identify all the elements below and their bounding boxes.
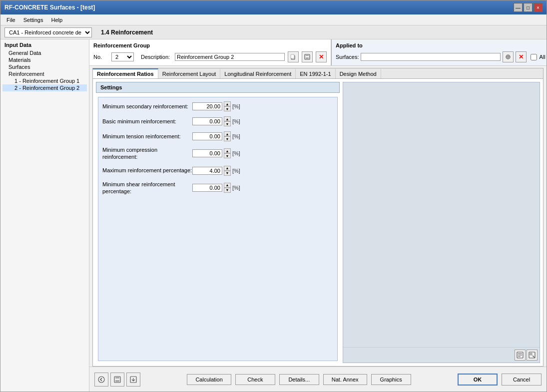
field-value-5[interactable] xyxy=(192,184,222,192)
tab-longitudinal-reinforcement[interactable]: Longitudinal Reinforcement xyxy=(220,68,296,78)
top-bar: CA1 - Reinforced concrete desi 1.4 Reinf… xyxy=(0,25,547,39)
spinner-up-4[interactable]: ▲ xyxy=(224,166,231,171)
settings-title: Settings xyxy=(96,82,340,93)
bottom-right: OK Cancel xyxy=(458,374,542,386)
menu-file[interactable]: File xyxy=(2,16,19,24)
panel-icon-2 xyxy=(529,352,536,359)
field-input-4: ▲ ▼ [%] xyxy=(192,166,240,176)
save-icon xyxy=(304,54,310,60)
settings-area: Settings Minimum secondary reinforcement… xyxy=(93,79,343,366)
at-all-label: All xyxy=(539,54,545,60)
field-input-1: ▲ ▼ [%] xyxy=(192,116,240,126)
menu-help[interactable]: Help xyxy=(47,16,66,24)
close-button[interactable]: × xyxy=(534,3,543,12)
sidebar-item-surfaces[interactable]: Surfaces xyxy=(2,63,87,70)
ca-dropdown[interactable]: CA1 - Reinforced concrete desi xyxy=(4,27,92,37)
rg-delete-button[interactable]: ✕ xyxy=(316,51,327,62)
panel-icon-btn-1[interactable] xyxy=(515,350,526,361)
rg-save-button[interactable] xyxy=(302,51,313,62)
menu-bar: File Settings Help xyxy=(0,14,547,25)
field-input-5: ▲ ▼ [%] xyxy=(192,183,240,193)
svg-rect-3 xyxy=(306,57,309,59)
tab-reinforcement-layout[interactable]: Reinforcement Layout xyxy=(158,68,221,78)
right-panel xyxy=(343,82,540,363)
sidebar-item-general-data[interactable]: General Data xyxy=(2,49,87,56)
svg-rect-18 xyxy=(115,377,119,379)
maximize-button[interactable]: □ xyxy=(524,3,533,12)
at-all-checkbox[interactable] xyxy=(531,54,537,60)
calculation-button[interactable]: Calculation xyxy=(187,374,231,385)
graphics-button[interactable]: Graphics xyxy=(371,374,411,385)
rg-title: Reinforcement Group xyxy=(93,42,327,48)
rg-no-select[interactable]: 2 xyxy=(111,52,134,61)
field-min-tension: Minimum tension reinforcement: ▲ ▼ [%] xyxy=(102,131,333,141)
nat-annex-button[interactable]: Nat. Annex xyxy=(323,374,367,385)
tab-design-method[interactable]: Design Method xyxy=(336,68,381,78)
sidebar-item-reinforcement[interactable]: Reinforcement xyxy=(2,70,87,77)
svg-line-14 xyxy=(533,356,535,358)
field-value-0[interactable] xyxy=(192,102,222,110)
field-value-1[interactable] xyxy=(192,117,222,125)
tab-reinforcement-ratios[interactable]: Reinforcement Ratios xyxy=(93,68,158,78)
pick-icon xyxy=(505,54,511,60)
tab-en-1992[interactable]: EN 1992-1-1 xyxy=(296,68,335,78)
main-panel: Reinforcement Group No. 2 Description: xyxy=(89,39,547,392)
svg-rect-17 xyxy=(115,380,119,383)
save-icon-2 xyxy=(113,376,121,384)
field-label-1: Basic minimum reinforcement: xyxy=(102,118,192,125)
at-pick-button[interactable] xyxy=(503,51,514,62)
nav-back-button[interactable] xyxy=(94,373,108,387)
field-basic-min: Basic minimum reinforcement: ▲ ▼ [%] xyxy=(102,116,333,126)
check-button[interactable]: Check xyxy=(235,374,275,385)
menu-settings[interactable]: Settings xyxy=(19,16,47,24)
rg-no-label: No. xyxy=(93,54,108,60)
svg-rect-1 xyxy=(291,54,294,58)
cancel-button[interactable]: Cancel xyxy=(502,374,542,386)
field-input-3: ▲ ▼ [%] xyxy=(192,148,240,158)
spinner-down-1[interactable]: ▼ xyxy=(224,121,231,126)
body-area: Input Data General Data Materials Surfac… xyxy=(0,39,547,392)
sidebar-item-materials[interactable]: Materials xyxy=(2,56,87,63)
field-min-secondary: Minimum secondary reinforcement: ▲ ▼ [%] xyxy=(102,101,333,111)
spinner-up-2[interactable]: ▲ xyxy=(224,131,231,136)
main-window: RF-CONCRETE Surfaces - [test] — □ × File… xyxy=(0,0,547,392)
rg-copy-button[interactable] xyxy=(288,51,299,62)
minimize-button[interactable]: — xyxy=(514,3,523,12)
bottom-center: Calculation Check Details... Nat. Annex … xyxy=(144,374,454,385)
spinner-up-5[interactable]: ▲ xyxy=(224,183,231,188)
sidebar-item-group-1[interactable]: 1 - Reinforcement Group 1 xyxy=(2,77,87,84)
ok-button[interactable]: OK xyxy=(458,374,498,386)
tab-body: Settings Minimum secondary reinforcement… xyxy=(93,79,543,366)
unit-label-5: [%] xyxy=(232,185,240,191)
field-label-2: Minimum tension reinforcement: xyxy=(102,133,192,140)
spinner-up-1[interactable]: ▲ xyxy=(224,116,231,121)
at-clear-button[interactable]: ✕ xyxy=(516,51,527,62)
spinner-down-3[interactable]: ▼ xyxy=(224,153,231,158)
nav-save-button[interactable] xyxy=(110,373,124,387)
spinner-down-5[interactable]: ▼ xyxy=(224,188,231,193)
title-controls: — □ × xyxy=(514,3,543,12)
at-surfaces-input[interactable] xyxy=(361,53,501,61)
unit-label-1: [%] xyxy=(232,118,240,124)
unit-label-4: [%] xyxy=(232,168,240,174)
spinner-down-2[interactable]: ▼ xyxy=(224,136,231,141)
spinner-up-3[interactable]: ▲ xyxy=(224,148,231,153)
field-value-2[interactable] xyxy=(192,132,222,140)
spinner-down-4[interactable]: ▼ xyxy=(224,171,231,176)
spinner-down-0[interactable]: ▼ xyxy=(224,106,231,111)
sidebar-item-group-2[interactable]: 2 - Reinforcement Group 2 xyxy=(2,84,87,91)
field-value-4[interactable] xyxy=(192,167,222,175)
field-min-compression: Minimum compression reinforcement: ▲ ▼ [ xyxy=(102,146,333,161)
details-button[interactable]: Details... xyxy=(279,374,319,385)
spinner-up-0[interactable]: ▲ xyxy=(224,101,231,106)
sidebar-section-input: Input Data xyxy=(2,41,87,48)
panel-icon-btn-2[interactable] xyxy=(527,350,538,361)
rg-desc-input[interactable] xyxy=(175,53,285,61)
field-value-3[interactable] xyxy=(192,149,222,157)
nav-export-button[interactable] xyxy=(126,373,140,387)
fields-area: Minimum secondary reinforcement: ▲ ▼ [%] xyxy=(98,97,338,361)
rg-desc-label: Description: xyxy=(137,54,172,60)
at-surfaces-label: Surfaces: xyxy=(336,54,359,60)
section-title: 1.4 Reinforcement xyxy=(96,29,153,36)
bottom-left xyxy=(94,373,140,387)
